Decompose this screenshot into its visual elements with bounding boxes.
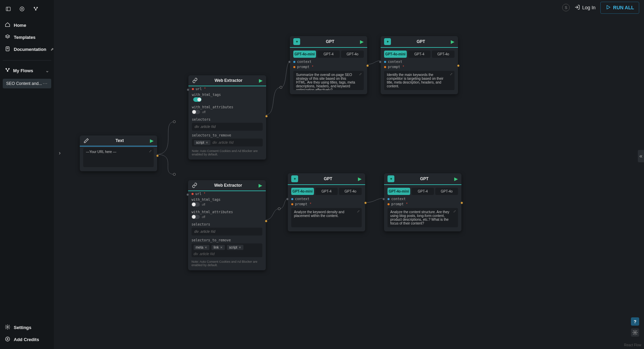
port-url: url * (188, 191, 266, 196)
login-button[interactable]: Log In (575, 4, 596, 11)
output-handle[interactable] (156, 154, 159, 157)
port-label: prompt (297, 65, 309, 69)
output-handle[interactable] (460, 201, 463, 204)
nav-home[interactable]: Home (0, 19, 54, 31)
toggle-html-attrs: off (188, 214, 266, 221)
input-handle[interactable] (382, 198, 385, 200)
required-mark: * (312, 65, 313, 69)
play-icon[interactable]: ▶ (358, 176, 362, 182)
play-icon[interactable]: ▶ (259, 78, 263, 83)
expand-icon[interactable]: ⤢ (359, 72, 362, 76)
side-panel-toggle[interactable]: « (638, 150, 644, 162)
selectors-input[interactable] (192, 228, 262, 236)
flow-icon[interactable] (32, 6, 39, 12)
tab-gpt4[interactable]: GPT-4 (315, 188, 338, 195)
tab-gpt4o-mini[interactable]: GPT-4o-mini (291, 188, 314, 195)
panel-icon[interactable] (5, 6, 12, 12)
selectors-remove-input[interactable]: script✕ div .article #id (192, 139, 263, 146)
play-icon[interactable]: ▶ (259, 183, 262, 188)
canvas[interactable]: › Text ▶ ⤢ Web Extractor ▶ url * with_ht… (54, 15, 644, 349)
close-icon[interactable]: ✕ (220, 246, 223, 249)
node-gpt-1[interactable]: ✦ GPT ▶ GPT-4o-mini GPT-4 GPT-4o context… (290, 36, 367, 94)
toggle[interactable] (193, 97, 201, 102)
tab-gpt4o[interactable]: GPT-4o (341, 51, 364, 58)
more-icon[interactable]: ⋯ (43, 81, 48, 86)
tab-gpt4o-mini[interactable]: GPT-4o-mini (388, 188, 410, 195)
nav-settings[interactable]: Settings (0, 321, 54, 334)
tab-gpt4o[interactable]: GPT-4o (432, 51, 455, 58)
close-icon[interactable]: ✕ (239, 246, 241, 249)
plus-circle-icon (5, 336, 10, 343)
close-icon[interactable]: ✕ (205, 246, 207, 249)
expand-icon[interactable]: ⤢ (450, 72, 452, 76)
play-icon[interactable]: ▶ (454, 176, 458, 182)
node-web-extractor-2[interactable]: Web Extractor ▶ url * with_html_tags off… (188, 180, 266, 270)
node-web-extractor-1[interactable]: Web Extractor ▶ url * with_html_tags wit… (188, 75, 266, 160)
prompt-textarea[interactable] (384, 71, 455, 90)
toggle[interactable] (192, 110, 200, 114)
output-handle[interactable] (265, 220, 268, 222)
node-title: Web Extractor (201, 78, 256, 83)
tab-gpt4o[interactable]: GPT-4o (435, 188, 458, 195)
field-label: with_html_tags (188, 91, 266, 97)
flow-item-seo[interactable]: SEO Content and... ⋯ (3, 79, 51, 88)
nav-documentation[interactable]: Documentation ⬈ (0, 43, 54, 55)
close-icon[interactable]: ✕ (206, 141, 208, 144)
play-icon[interactable]: ▶ (360, 39, 364, 44)
input-handle[interactable] (186, 193, 189, 196)
input-handle[interactable] (187, 88, 189, 91)
tab-gpt4o-mini[interactable]: GPT-4o-mini (293, 51, 316, 58)
run-all-label: RUN ALL (613, 5, 634, 10)
toggle[interactable] (192, 215, 200, 219)
node-gpt-3[interactable]: ✦ GPT ▶ GPT-4o-mini GPT-4 GPT-4o context… (288, 173, 365, 231)
output-handle[interactable] (457, 64, 460, 67)
selectors-input[interactable] (192, 123, 263, 131)
edge-handle[interactable] (278, 207, 281, 210)
run-all-button[interactable]: RUN ALL (600, 2, 639, 14)
output-handle[interactable] (364, 201, 367, 204)
expand-chevron[interactable]: › (59, 150, 61, 156)
tab-gpt4[interactable]: GPT-4 (317, 51, 340, 58)
my-flows-header[interactable]: My Flows ⌄ (0, 64, 54, 77)
expand-icon[interactable]: ⤢ (149, 149, 152, 153)
openai-icon: ✦ (384, 38, 391, 45)
expand-icon[interactable]: ⤢ (453, 209, 456, 213)
chip[interactable]: link✕ (211, 245, 225, 250)
chip[interactable]: script✕ (227, 245, 243, 250)
input-handle[interactable] (288, 61, 291, 63)
text-input[interactable] (83, 148, 154, 167)
add-icon[interactable] (19, 6, 25, 12)
expand-icon[interactable]: ⤢ (357, 209, 360, 213)
node-text[interactable]: Text ▶ ⤢ (80, 135, 157, 171)
nav-templates[interactable]: Templates (0, 31, 54, 43)
tab-gpt4o[interactable]: GPT-4o (339, 188, 362, 195)
toggle[interactable] (192, 202, 200, 207)
canvas-settings-button[interactable] (631, 328, 639, 337)
prompt-textarea[interactable] (291, 208, 362, 227)
chip[interactable]: script✕ (194, 140, 210, 145)
help-button[interactable]: ? (631, 317, 639, 326)
chip[interactable]: meta✕ (194, 245, 209, 250)
field-label: with_html_tags (188, 196, 266, 201)
prompt-textarea[interactable] (388, 208, 458, 227)
node-gpt-4[interactable]: ✦ GPT ▶ GPT-4o-mini GPT-4 GPT-4o context… (384, 173, 461, 231)
output-handle[interactable] (366, 64, 369, 67)
prompt-textarea[interactable] (293, 71, 364, 90)
output-handle[interactable] (265, 115, 268, 118)
edge-handle[interactable] (280, 86, 282, 89)
play-icon[interactable]: ▶ (150, 138, 154, 143)
edge-handle[interactable] (173, 120, 176, 123)
sidebar: Home Templates Documentation ⬈ My Flows … (0, 0, 54, 349)
svg-point-20 (634, 332, 636, 333)
tab-gpt4[interactable]: GPT-4 (412, 188, 434, 195)
tab-gpt4o-mini[interactable]: GPT-4o-mini (384, 51, 407, 58)
nav-add-credits[interactable]: Add Credits (0, 334, 54, 346)
play-icon[interactable]: ▶ (451, 39, 455, 44)
selectors-remove-input[interactable]: meta✕ link✕ script✕ div .article #id (192, 243, 262, 257)
node-gpt-2[interactable]: ✦ GPT ▶ GPT-4o-mini GPT-4 GPT-4o context… (381, 36, 458, 94)
tab-gpt4[interactable]: GPT-4 (408, 51, 431, 58)
input-handle[interactable] (286, 198, 289, 200)
edge-handle[interactable] (173, 173, 176, 176)
port-context: context (290, 59, 367, 64)
input-handle[interactable] (379, 61, 382, 63)
